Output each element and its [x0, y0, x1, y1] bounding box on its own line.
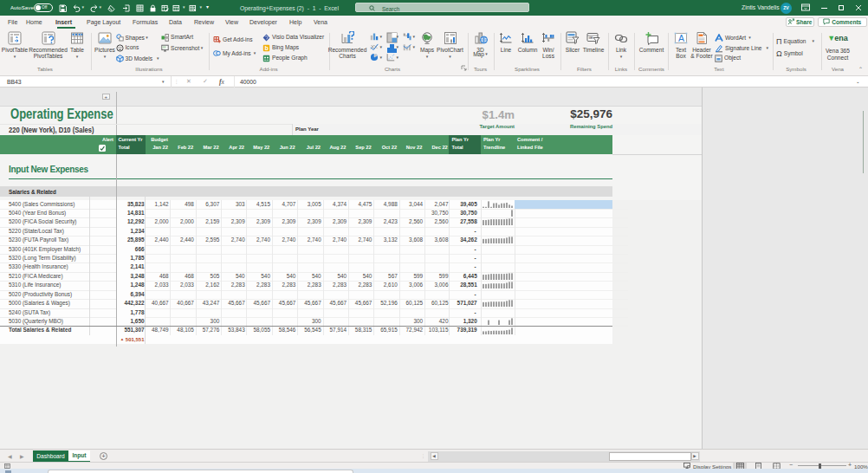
svg-text:b: b: [265, 45, 269, 51]
svg-text:OR: OR: [589, 36, 593, 40]
svg-text:A: A: [678, 33, 684, 43]
